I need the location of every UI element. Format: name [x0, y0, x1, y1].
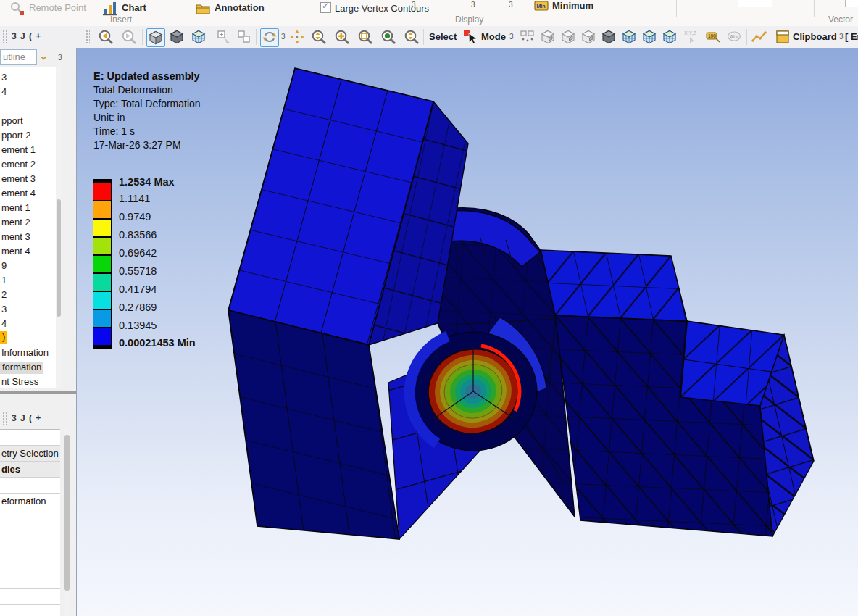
- ribbon-dropdown-badge[interactable]: 3: [471, 1, 475, 9]
- element-display-button[interactable]: [190, 28, 207, 46]
- tree-item[interactable]: 9: [1, 260, 7, 272]
- viewports-grid-button[interactable]: [215, 28, 233, 46]
- tree-item[interactable]: ment 3: [1, 231, 30, 244]
- ribbon: Remote Point Chart Insert Annotation Lar…: [0, 0, 858, 27]
- select-nodes-button[interactable]: [600, 28, 617, 46]
- result-annotation: E: Updated assembly Total Deformation Ty…: [93, 70, 201, 152]
- ribbon-group-display: Display: [455, 14, 483, 25]
- select-faces-button[interactable]: [559, 28, 577, 46]
- tree-item[interactable]: 4: [1, 318, 7, 330]
- outline-tab-bar: utline ⌄ 3: [0, 48, 76, 67]
- toolbar-separator: [770, 29, 770, 45]
- graphics-viewport[interactable]: E: Updated assembly Total Deformation Ty…: [76, 48, 858, 616]
- select-edges-button[interactable]: [539, 28, 557, 46]
- tree-item[interactable]: ement 3: [1, 173, 36, 186]
- legend-swatch: [93, 309, 112, 328]
- outline-tab[interactable]: utline: [0, 49, 37, 65]
- chart-toggle-icon[interactable]: [751, 28, 768, 46]
- shaded-exterior-edges-button[interactable]: [146, 28, 165, 47]
- legend-value: 1.1141: [119, 193, 150, 204]
- tree-scrollbar[interactable]: [56, 67, 62, 388]
- legend-swatch: [93, 255, 112, 273]
- legend-value: 0.83566: [119, 229, 157, 241]
- tree-item[interactable]: pport: [1, 115, 23, 128]
- zoom-to-fit-button[interactable]: [380, 28, 397, 46]
- legend-colorbar: [93, 179, 112, 349]
- label-button[interactable]: [726, 28, 744, 46]
- tree-item-highlighted[interactable]: ): [0, 331, 7, 344]
- clipboard-icon[interactable]: [774, 28, 791, 46]
- rotate-button[interactable]: [260, 28, 279, 47]
- mode-label[interactable]: Mode: [481, 31, 506, 42]
- tree-item[interactable]: Information: [1, 347, 49, 359]
- toolbar-grip[interactable]: [2, 30, 7, 44]
- pin-contour-result[interactable]: [409, 332, 537, 451]
- toolbar-grip[interactable]: [86, 30, 90, 44]
- probe-tag-button[interactable]: [704, 28, 722, 46]
- zoom-in-button[interactable]: [333, 28, 351, 46]
- tree-item[interactable]: ment 1: [1, 202, 30, 215]
- large-vertex-contours-checkbox[interactable]: [320, 2, 331, 13]
- panel-splitter[interactable]: [0, 391, 76, 394]
- shaded-exterior-button[interactable]: [168, 28, 186, 46]
- details-scrollbar[interactable]: [64, 429, 70, 616]
- viewports-single-button[interactable]: [236, 28, 253, 46]
- legend-value: 0.69642: [119, 247, 157, 259]
- details-row[interactable]: dies: [0, 462, 60, 478]
- ribbon-dropdown-badge[interactable]: 3: [509, 1, 513, 9]
- ribbon-annotation-button[interactable]: Annotation: [214, 2, 265, 13]
- right-block-part[interactable]: [541, 250, 814, 536]
- pan-button[interactable]: [288, 28, 306, 46]
- mode-dropdown-badge[interactable]: 3: [509, 33, 514, 41]
- select-mesh-elements-button[interactable]: [641, 28, 658, 46]
- tree-item[interactable]: ment 2: [1, 217, 30, 229]
- ribbon-dropdown-partial[interactable]: [738, 0, 772, 7]
- toolbar-separator: [423, 29, 424, 45]
- previous-view-button[interactable]: [97, 28, 114, 46]
- tree-item-selected[interactable]: formation: [0, 362, 43, 374]
- tree-item[interactable]: ement 4: [1, 188, 36, 200]
- chevron-down-icon[interactable]: ⌄: [39, 49, 49, 62]
- zoom-button[interactable]: [310, 28, 328, 46]
- details-mini-header: 3 J ( +: [12, 413, 41, 423]
- next-view-button[interactable]: [120, 28, 138, 46]
- tree-item[interactable]: ment 4: [1, 246, 30, 258]
- select-bodies-button[interactable]: [580, 28, 597, 46]
- legend-value: 0.27869: [119, 301, 157, 313]
- toolbar-separator: [142, 29, 143, 45]
- ribbon-separator: [814, 0, 815, 17]
- ansys-mechanical-window: 100 Abc X,Y,Z Min Remote Point Chart Ins…: [0, 0, 858, 616]
- select-vertices-button[interactable]: [519, 28, 536, 46]
- details-row[interactable]: eformation: [0, 494, 60, 509]
- tree-item[interactable]: 2: [1, 289, 7, 301]
- tree-item[interactable]: ement 2: [1, 159, 36, 171]
- select-mesh-nodes-button[interactable]: [620, 28, 638, 46]
- ribbon-separator: [309, 0, 309, 17]
- tree-item[interactable]: 4: [1, 86, 7, 99]
- tree-item[interactable]: ement 1: [1, 144, 36, 157]
- details-scrollbar-thumb[interactable]: [64, 435, 70, 591]
- clipboard-dropdown-badge[interactable]: 3: [839, 33, 844, 41]
- tree-item[interactable]: 3: [1, 304, 7, 316]
- tree-item[interactable]: 3: [1, 72, 7, 84]
- clipboard-label[interactable]: Clipboard: [793, 31, 837, 42]
- legend-value: 0.41794: [119, 283, 157, 295]
- tree-item[interactable]: pport 2: [1, 130, 30, 142]
- coordinates-probe-button[interactable]: [683, 28, 700, 46]
- details-table: etry Selection dies eformation: [0, 429, 60, 616]
- tree-item[interactable]: nt Stress: [1, 376, 38, 388]
- ribbon-dropdown-badge[interactable]: 3: [412, 1, 416, 9]
- details-row[interactable]: etry Selection: [0, 446, 60, 462]
- tree-item[interactable]: 1: [1, 275, 7, 287]
- tree-scrollbar-thumb[interactable]: [57, 199, 61, 317]
- ribbon-dropdown-partial[interactable]: [845, 0, 858, 7]
- zoom-to-selection-button[interactable]: [403, 28, 420, 46]
- box-zoom-button[interactable]: [357, 28, 374, 46]
- rotate-dropdown-badge[interactable]: 3: [281, 33, 286, 41]
- select-mesh-faces-button[interactable]: [661, 28, 678, 46]
- ribbon-chart-button[interactable]: Chart: [122, 2, 146, 13]
- select-label[interactable]: Select: [429, 31, 457, 42]
- ribbon-minimum-button[interactable]: Minimum: [552, 0, 593, 11]
- details-grip[interactable]: [2, 412, 7, 426]
- select-mode-cursor-icon[interactable]: [462, 28, 480, 46]
